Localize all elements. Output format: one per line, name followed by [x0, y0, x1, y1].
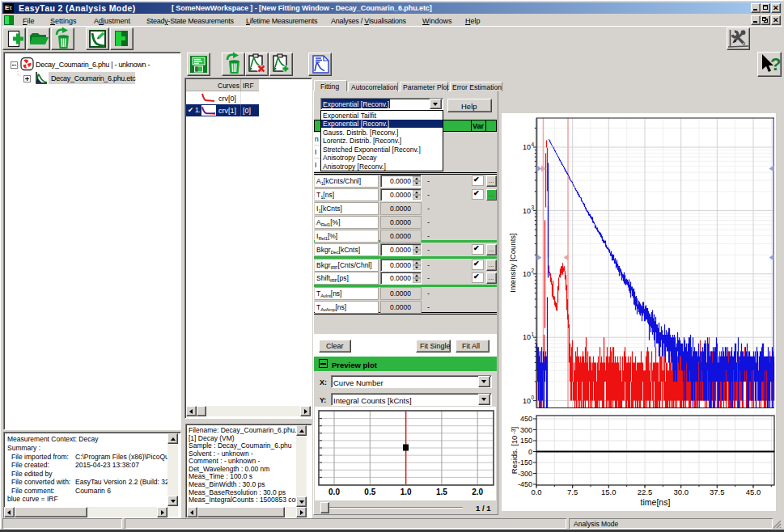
svg-text:1: 1	[532, 331, 535, 337]
svg-text:10: 10	[523, 397, 531, 405]
svg-text:10: 10	[523, 207, 531, 215]
svg-text:3: 3	[532, 205, 535, 210]
svg-text:45.0: 45.0	[746, 488, 761, 496]
svg-text:7.5: 7.5	[567, 488, 578, 496]
svg-text:2.0: 2.0	[472, 488, 483, 496]
svg-text:15.0: 15.0	[601, 488, 617, 496]
svg-text:-300: -300	[518, 470, 532, 478]
svg-text:time[ns]: time[ns]	[641, 497, 671, 507]
svg-text:150: 150	[520, 437, 532, 445]
svg-text:1.5: 1.5	[436, 488, 447, 496]
svg-text:4: 4	[532, 141, 535, 147]
svg-text:2: 2	[532, 268, 535, 273]
svg-text:10: 10	[523, 143, 531, 151]
svg-text:0: 0	[532, 395, 535, 400]
svg-text:30.0: 30.0	[673, 488, 689, 496]
svg-text:0.0: 0.0	[531, 488, 541, 496]
svg-text:0.5: 0.5	[364, 488, 375, 496]
svg-text:-150: -150	[518, 458, 532, 467]
svg-text:-450: -450	[518, 480, 532, 488]
svg-text:300: 300	[520, 426, 532, 434]
svg-text:10: 10	[523, 333, 531, 341]
svg-text:Intensity [Counts]: Intensity [Counts]	[508, 233, 517, 292]
svg-text:1.0: 1.0	[400, 488, 412, 496]
svg-text:37.5: 37.5	[710, 488, 725, 496]
svg-text:?: ?	[770, 54, 781, 74]
svg-text:10: 10	[523, 270, 531, 278]
svg-text:0: 0	[528, 448, 532, 456]
svg-text:450: 450	[520, 415, 532, 423]
svg-text:0.0: 0.0	[328, 488, 340, 496]
svg-text:22.5: 22.5	[638, 488, 653, 496]
